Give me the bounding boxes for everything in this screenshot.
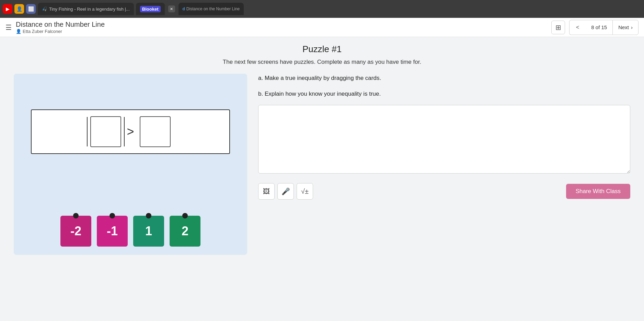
puzzle-subtitle: The next few screens have puzzles. Compl… [14,59,630,66]
tab-distance[interactable]: d Distance on the Number Line [179,3,244,15]
author-icon: 👤 [16,29,21,34]
title-area: Distance on the Number Line 👤 Etta Zuber… [16,21,547,34]
blooket-badge: Blooket [140,6,161,12]
author-line: 👤 Etta Zuber Falconer [16,29,547,34]
top-bar: ☰ Distance on the Number Line 👤 Etta Zub… [0,18,644,37]
explanation-textarea[interactable] [258,105,630,174]
puzzle-left-panel: > -2 -1 1 [14,74,247,255]
prev-button[interactable]: < [569,20,586,35]
card-pin-pos2 [182,213,188,218]
app-title: Distance on the Number Line [16,21,547,28]
content-area: Puzzle #1 The next few screens have puzz… [0,37,644,321]
greater-than-symbol: > [127,124,134,139]
card-pin-neg1 [110,213,115,218]
instruction-a: a. Make a true inequality by dragging th… [258,74,630,83]
card-pin-pos1 [146,213,151,218]
puzzle-title: Puzzle #1 [14,44,630,55]
inequality-box: > [31,109,230,154]
next-chevron-icon: › [631,24,633,30]
youtube-icon[interactable]: ▶ [3,4,12,14]
card-pos1[interactable]: 1 [133,216,164,247]
distance-tab-icon: d [183,7,185,11]
card-neg2[interactable]: -2 [60,216,91,247]
browser-chrome: ▶ 👤 ⬜ 🎣 Tiny Fishing - Reel in a legenda… [0,0,644,18]
toolbar-row: 🖼 🎤 √± Share With Class [258,183,630,200]
tab-blooket[interactable]: Blooket [136,3,165,15]
card-slot-right[interactable] [140,116,171,147]
app-container: ☰ Distance on the Number Line 👤 Etta Zub… [0,18,644,321]
calculator-button[interactable]: ⊞ [551,21,565,34]
profile-icon[interactable]: 👤 [14,4,24,14]
card-pos2[interactable]: 2 [170,216,200,247]
image-tool-button[interactable]: 🖼 [258,183,275,200]
extension-icon[interactable]: ⬜ [26,4,36,14]
tab-fishing[interactable]: 🎣 Tiny Fishing - Reel in a legendary fis… [38,3,134,15]
sqrt-icon: √± [301,188,309,195]
menu-icon[interactable]: ☰ [5,23,12,32]
card-pin-neg2 [73,213,79,218]
cards-row: -2 -1 1 2 [60,216,200,247]
math-tool-button[interactable]: √± [297,183,313,200]
share-with-class-button[interactable]: Share With Class [566,184,630,199]
nav-area: < 8 of 15 Next › [569,20,639,35]
mic-tool-button[interactable]: 🎤 [277,183,294,200]
instruction-b: b. Explain how you know your inequality … [258,90,630,98]
card-slot-left[interactable] [90,116,121,147]
page-indicator: 8 of 15 [586,20,612,35]
image-icon: 🖼 [263,188,270,195]
puzzle-body: > -2 -1 1 [14,74,630,255]
author-name: Etta Zuber Falconer [23,29,62,34]
puzzle-right-panel: a. Make a true inequality by dragging th… [258,74,630,200]
fishing-tab-icon: 🎣 [42,7,47,11]
next-button[interactable]: Next › [612,20,639,35]
card-neg1[interactable]: -1 [97,216,128,247]
mic-icon: 🎤 [281,187,290,195]
tab-close-x[interactable]: ✕ [168,5,175,12]
